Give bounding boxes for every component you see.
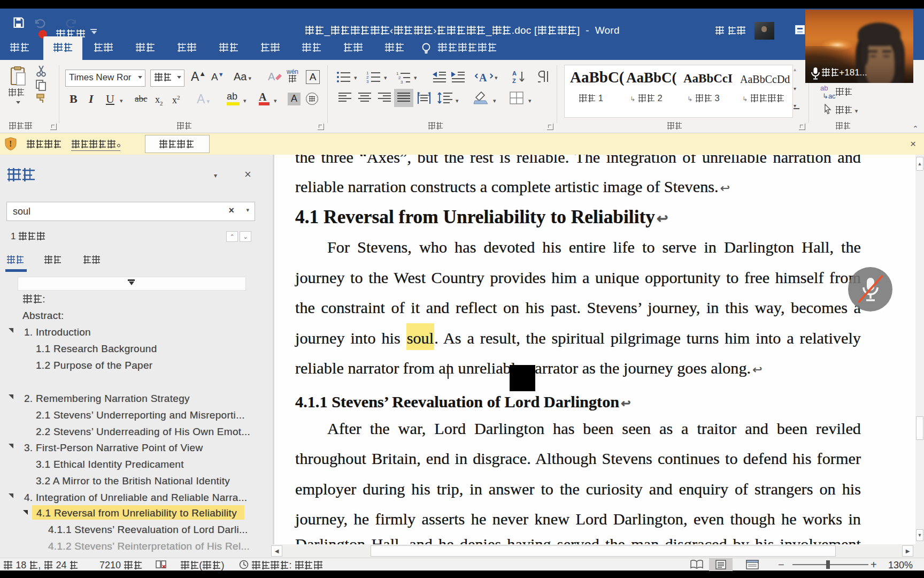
svg-text:A: A <box>479 72 487 83</box>
svg-text:A: A <box>512 70 517 77</box>
svg-text:!: ! <box>9 139 12 148</box>
svg-text:3: 3 <box>401 80 403 83</box>
svg-text:A: A <box>268 71 275 82</box>
svg-text:3: 3 <box>366 79 369 83</box>
svg-text:Z: Z <box>512 78 516 84</box>
